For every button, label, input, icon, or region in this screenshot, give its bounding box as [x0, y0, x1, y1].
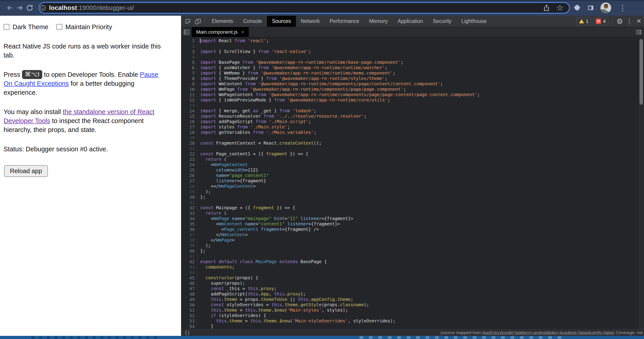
code-line[interactable]	[200, 103, 638, 108]
line-number[interactable]: 44	[181, 270, 194, 275]
code-line[interactable]: );	[200, 243, 638, 248]
code-line[interactable]: if (styleOverrides) {	[200, 313, 638, 318]
line-number[interactable]: 34	[181, 216, 194, 221]
code-line[interactable]: import { ThemeProvider } from '@wavemake…	[200, 76, 638, 81]
code-line[interactable]: this.theme = this.theme.$new('Main-style…	[200, 308, 638, 313]
line-number[interactable]: 19	[181, 135, 194, 141]
devtools-tab-memory[interactable]: Memory	[364, 16, 393, 27]
line-number[interactable]: 52	[181, 313, 194, 318]
code-line[interactable]	[200, 254, 638, 259]
code-line[interactable]: ></WmPageContent>	[200, 184, 638, 189]
line-number[interactable]: 5	[181, 60, 194, 65]
code-line[interactable]: this.theme = this.theme.$new('Main-style…	[200, 318, 638, 324]
source-editor[interactable]: 1234567891011121314151617181920212223242…	[181, 37, 644, 329]
line-number[interactable]: 14	[181, 108, 194, 114]
code-line[interactable]	[200, 146, 638, 151]
line-number[interactable]: 17	[181, 124, 194, 130]
code-line[interactable]: import WmPageContent from '@wavemaker/ap…	[200, 92, 638, 97]
code-line[interactable]: <WmPage name="mainpage" hint="11" listen…	[200, 216, 638, 221]
side-panel-icon[interactable]	[587, 4, 594, 12]
code-line[interactable]: const styleOverrides = this.theme.getSty…	[200, 302, 638, 308]
address-bar[interactable]: localhost:19000/debugger-ui/ ☆	[39, 2, 570, 14]
code-line[interactable]: <Page_content1 fragment={fragment} />	[200, 227, 638, 232]
devtools-tab-network[interactable]: Network	[296, 16, 325, 27]
line-number[interactable]: 43	[181, 265, 194, 270]
line-number[interactable]: 42	[181, 259, 194, 265]
code-line[interactable]: constructor(props) {	[200, 275, 638, 281]
code-line[interactable]: import styles from './Main.style';	[200, 124, 638, 130]
line-number[interactable]: 27	[181, 178, 194, 184]
line-number[interactable]: 9	[181, 81, 194, 87]
line-number[interactable]: 1	[181, 38, 194, 43]
line-number[interactable]: 10	[181, 87, 194, 92]
line-number[interactable]: 25	[181, 167, 194, 173]
settings-gear-icon[interactable]: ⚙	[616, 17, 623, 25]
code-line[interactable]: return (	[200, 211, 638, 216]
line-number[interactable]: 53	[181, 318, 194, 324]
line-number[interactable]: 47	[181, 286, 194, 291]
line-number[interactable]: 4	[181, 54, 194, 60]
line-number[interactable]: 15	[181, 114, 194, 119]
code-line[interactable]: components;	[200, 265, 638, 270]
code-line[interactable]: </WmContent>	[200, 232, 638, 238]
line-number[interactable]: 49	[181, 297, 194, 302]
pretty-print-button[interactable]: {}	[184, 330, 190, 336]
line-number[interactable]: 41	[181, 254, 194, 259]
code-line[interactable]: import BasePage from '@wavemaker/app-rn-…	[200, 60, 638, 65]
device-toolbar-button[interactable]	[193, 16, 203, 26]
dark-theme-checkbox[interactable]	[4, 24, 10, 30]
profile-avatar[interactable]	[600, 2, 611, 13]
devtools-tab-security[interactable]: Security	[428, 16, 456, 27]
debugger-sidebar-toggle-button[interactable]	[634, 27, 644, 37]
code-line[interactable]: this.theme = props.themeToUse || this.ap…	[200, 297, 638, 302]
line-number[interactable]: 40	[181, 248, 194, 254]
scrollbar-thumb[interactable]	[640, 39, 643, 105]
bundle-link[interactable]: AppEntry.bundle?platform=android&dev=tru…	[482, 330, 613, 335]
code-line[interactable]	[200, 270, 638, 275]
line-number[interactable]: 37	[181, 232, 194, 238]
code-line[interactable]: };	[200, 194, 638, 200]
code-line[interactable]: return (	[200, 157, 638, 162]
code-line[interactable]: import { ScrollView } from 'react-native…	[200, 49, 638, 54]
code-line[interactable]: </WmPage>	[200, 238, 638, 243]
code-line[interactable]: name="page_content1"	[200, 173, 638, 178]
line-number[interactable]: 11	[181, 92, 194, 97]
code-line[interactable]: };	[200, 248, 638, 254]
line-number[interactable]: 48	[181, 291, 194, 297]
devtools-menu-kebab-icon[interactable]: ⋮	[625, 17, 634, 25]
line-number[interactable]: 24	[181, 162, 194, 167]
code-line[interactable]	[200, 135, 638, 141]
code-line[interactable]: const Page_content1 = ({ fragment }) => …	[200, 151, 638, 157]
code-line[interactable]: );	[200, 189, 638, 194]
line-number[interactable]: 30	[181, 194, 194, 200]
code-line[interactable]: import getVariables from './Main.variabl…	[200, 130, 638, 135]
devtools-tab-performance[interactable]: Performance	[325, 16, 364, 27]
code-line[interactable]: const FragmentContext = React.createCont…	[200, 141, 638, 146]
reload-app-button[interactable]: Reload app	[4, 165, 48, 177]
line-number[interactable]: 13	[181, 103, 194, 108]
back-button[interactable]	[5, 3, 15, 13]
code-line[interactable]: import ResourceResolver from '../../reso…	[200, 114, 638, 119]
code-line[interactable]: import { useWatcher } from '@wavemaker/a…	[200, 65, 638, 70]
line-number[interactable]: 29	[181, 189, 194, 194]
line-number[interactable]: 6	[181, 65, 194, 70]
line-number[interactable]: 28	[181, 184, 194, 189]
file-tab-main-component[interactable]: Main.component.js ×	[192, 27, 249, 37]
line-number[interactable]: 20	[181, 141, 194, 146]
line-number[interactable]: 7	[181, 70, 194, 76]
warnings-badge[interactable]: 1	[576, 17, 591, 25]
line-number[interactable]: 8	[181, 76, 194, 81]
forward-button[interactable]	[15, 3, 25, 13]
devtools-tab-console[interactable]: Console	[238, 16, 267, 27]
line-number-gutter[interactable]: 1234567891011121314151617181920212223242…	[181, 37, 197, 329]
line-number[interactable]: 12	[181, 97, 194, 103]
code-line[interactable]: import WmPage from '@wavemaker/app-rn-ru…	[200, 87, 638, 92]
devtools-tab-sources[interactable]: Sources	[267, 16, 296, 27]
share-icon[interactable]	[543, 4, 550, 11]
devtools-tab-application[interactable]: Application	[393, 16, 428, 27]
editor-scrollbar[interactable]	[638, 37, 644, 329]
code-line[interactable]: <WmContent name="content1" listener={fra…	[200, 221, 638, 227]
code-line[interactable]: const _this = this.proxy;	[200, 286, 638, 291]
line-number[interactable]: 32	[181, 205, 194, 211]
code-line[interactable]: export default class MainPage extends Ba…	[200, 259, 638, 265]
